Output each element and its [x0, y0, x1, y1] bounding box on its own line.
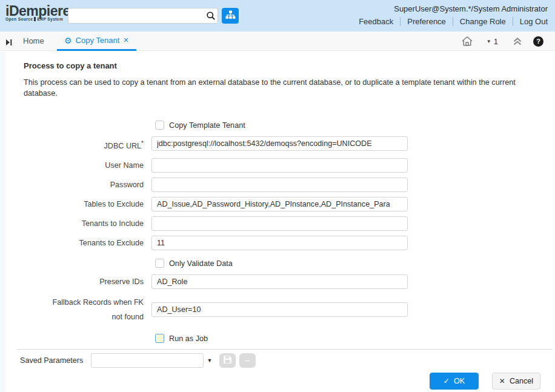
delete-parameters-button[interactable]: – — [239, 353, 256, 368]
open-windows-count: 1 — [494, 37, 498, 46]
jdbc-url-input[interactable] — [151, 136, 408, 151]
search-input[interactable] — [68, 9, 204, 22]
tenants-to-exclude-label: Tenants to Exclude — [24, 236, 151, 250]
sitemap-icon — [225, 10, 236, 21]
only-validate-data-checkbox[interactable] — [155, 259, 164, 268]
logo-subtitle-left: Open Source — [5, 17, 33, 21]
expand-sidebar-icon[interactable] — [5, 38, 12, 48]
copy-template-tenant-label: Copy Template Tenant — [169, 121, 245, 130]
form-row: Fallback Records when FK not found — [24, 294, 555, 325]
form-row: Copy Template Tenant — [24, 120, 555, 130]
logo-subtitle-right: ERP System — [37, 17, 63, 21]
header-links: Feedback Preference Change Role Log Out — [359, 17, 548, 26]
process-title: Process to copy a tenant — [24, 61, 555, 70]
search-icon[interactable] — [204, 11, 218, 21]
form-row: Run as Job — [24, 333, 555, 344]
cancel-button-label: Cancel — [510, 377, 533, 385]
preference-link[interactable]: Preference — [400, 17, 453, 26]
required-marker: * — [141, 140, 144, 147]
preserve-ids-label: Preserve IDs — [24, 274, 151, 289]
save-parameters-button[interactable] — [219, 353, 236, 368]
menu-lookup-button[interactable] — [222, 8, 239, 24]
global-search-box — [68, 8, 218, 24]
caret-down-icon: ▼ — [487, 39, 491, 44]
form-row: Tenants to Include — [24, 216, 555, 231]
process-panel: Process to copy a tenant This process ca… — [0, 51, 555, 390]
combo-caret-icon[interactable]: ▼ — [204, 353, 216, 368]
action-buttons-row: ✓ OK ✕ Cancel — [0, 373, 555, 390]
save-icon — [224, 356, 231, 365]
logo-subtitle: Open Source ERP System — [5, 17, 72, 21]
user-name-label: User Name — [24, 158, 151, 173]
saved-parameters-label: Saved Parameters — [20, 356, 91, 365]
tab-copy-tenant-label: Copy Tenant — [76, 36, 120, 45]
feedback-link[interactable]: Feedback — [359, 17, 400, 26]
saved-parameters-row: Saved Parameters ▼ – — [0, 353, 555, 368]
tenants-to-exclude-input[interactable] — [151, 236, 408, 250]
footer-divider — [17, 349, 553, 350]
preserve-ids-input[interactable] — [151, 274, 408, 289]
run-as-job-checkbox[interactable] — [155, 334, 164, 343]
run-as-job-label: Run as Job — [169, 334, 208, 344]
tenants-to-include-label: Tenants to Include — [24, 216, 151, 231]
form-row: Password — [24, 178, 555, 192]
user-name-input[interactable] — [151, 158, 408, 173]
ok-button[interactable]: ✓ OK — [430, 373, 479, 390]
check-icon: ✓ — [444, 377, 450, 385]
copy-template-tenant-checkbox[interactable] — [155, 121, 164, 130]
open-windows-switcher[interactable]: ▼ 1 — [487, 37, 498, 46]
logged-in-user: SuperUser@System.*/System Administrator — [394, 4, 548, 13]
password-input[interactable] — [151, 178, 408, 192]
fallback-records-input[interactable] — [151, 302, 408, 317]
collapse-all-icon[interactable] — [513, 37, 522, 46]
cancel-x-icon: ✕ — [499, 377, 505, 385]
form-row: Tenants to Exclude — [24, 236, 555, 250]
tabbar-right-tools: ▼ 1 ? — [461, 32, 543, 51]
tenants-to-include-input[interactable] — [151, 216, 408, 231]
form-row: Preserve IDs — [24, 274, 555, 289]
tab-home[interactable]: Home — [23, 32, 44, 51]
tab-close-icon[interactable]: ✕ — [123, 36, 128, 44]
jdbc-url-label: JDBC URL* — [24, 136, 151, 153]
process-gear-icon: ⚙ — [64, 36, 72, 45]
top-header: iDempiere Open Source ERP System SuperUs… — [0, 0, 555, 32]
log-out-link[interactable]: Log Out — [513, 17, 548, 26]
minus-icon: – — [245, 357, 250, 364]
tab-copy-tenant[interactable]: ⚙ Copy Tenant ✕ — [57, 32, 136, 51]
form-row: Only Validate Data — [24, 258, 555, 268]
saved-parameters-input[interactable] — [91, 353, 204, 368]
form-row: Tables to Exclude — [24, 197, 555, 211]
ok-button-label: OK — [454, 377, 465, 385]
process-description: This process can be used to copy a tenan… — [24, 77, 537, 99]
window-tabbar: Home ⚙ Copy Tenant ✕ ▼ 1 ? — [0, 32, 555, 51]
cancel-button[interactable]: ✕ Cancel — [492, 373, 540, 390]
home-icon[interactable] — [461, 36, 473, 47]
change-role-link[interactable]: Change Role — [453, 17, 513, 26]
help-icon[interactable]: ? — [533, 36, 543, 47]
logo-subtitle-divider — [34, 17, 36, 21]
form-row: User Name — [24, 158, 555, 173]
tables-to-exclude-input[interactable] — [151, 197, 408, 211]
fallback-records-label: Fallback Records when FK not found — [24, 295, 151, 324]
app-logo: iDempiere Open Source ERP System — [5, 4, 72, 21]
password-label: Password — [24, 178, 151, 192]
logo-title: iDempiere — [5, 4, 72, 18]
saved-parameters-combobox: ▼ — [91, 353, 216, 368]
process-parameter-form: Copy Template Tenant JDBC URL* User Name… — [0, 120, 555, 344]
form-row: JDBC URL* — [24, 136, 555, 153]
only-validate-data-label: Only Validate Data — [169, 259, 233, 268]
tables-to-exclude-label: Tables to Exclude — [24, 197, 151, 211]
